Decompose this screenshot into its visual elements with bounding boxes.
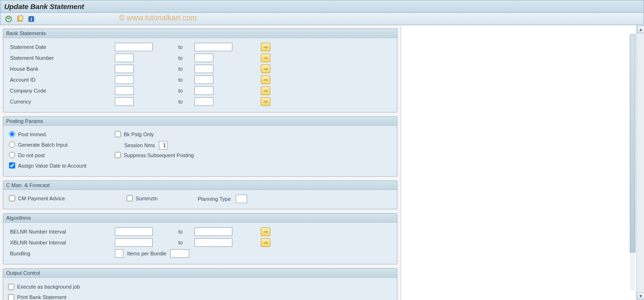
scroll-down-icon[interactable]: ▼: [637, 292, 644, 300]
multiple-selection-icon[interactable]: ⇨: [261, 43, 270, 51]
svg-rect-2: [18, 16, 23, 20]
statement-date-from-input[interactable]: [115, 43, 153, 51]
group-header-cman: C Man. & Forecast: [3, 181, 397, 190]
summztn-checkbox[interactable]: Summztn: [127, 195, 157, 201]
planning-type-input[interactable]: [236, 195, 247, 203]
multiple-selection-icon[interactable]: ⇨: [261, 238, 270, 247]
company-code-to-input[interactable]: [194, 86, 213, 95]
group-posting-params: Posting Params Post Immed. Bk Pstg Only …: [3, 116, 397, 177]
group-bank-statements: Bank Statements Statement Date to ⇨ Stat…: [3, 28, 397, 112]
house-bank-from-input[interactable]: [115, 65, 134, 73]
assign-value-date-checkbox[interactable]: Assign Value Date to Account: [9, 162, 86, 169]
page-title: Update Bank Statement: [0, 0, 644, 13]
label-company-code: Company Code: [8, 88, 115, 94]
label-bundling: Bundling: [8, 251, 115, 256]
label-currency: Currency: [8, 99, 115, 104]
group-header-bank: Bank Statements: [3, 29, 397, 38]
label-xblnr: XBLNR Number Interval: [8, 240, 115, 245]
to-label: to: [178, 229, 193, 234]
statement-number-from-input[interactable]: [115, 54, 134, 62]
generate-batch-label: Generate Batch Input: [18, 142, 68, 148]
main-panel: Bank Statements Statement Date to ⇨ Stat…: [0, 26, 401, 300]
multiple-selection-icon[interactable]: ⇨: [261, 86, 270, 95]
currency-from-input[interactable]: [115, 97, 134, 106]
multiple-selection-icon[interactable]: ⇨: [261, 65, 270, 73]
group-header-posting: Posting Params: [3, 117, 397, 126]
group-header-algorithms: Algorithms: [3, 214, 397, 223]
variant-icon[interactable]: [16, 15, 24, 23]
watermark-text: © www.tutorialkart.com: [119, 14, 197, 22]
belnr-to-input[interactable]: [194, 227, 232, 236]
multiple-selection-icon[interactable]: ⇨: [261, 75, 270, 84]
company-code-from-input[interactable]: [115, 86, 134, 95]
suppress-checkbox[interactable]: Suppress Subsequent Posting: [115, 152, 194, 158]
to-label: to: [178, 44, 193, 50]
bundling-input[interactable]: [115, 249, 123, 258]
label-statement-date: Statement Date: [8, 44, 115, 50]
execute-background-checkbox[interactable]: Execute as background job: [8, 284, 80, 290]
to-label: to: [178, 77, 193, 83]
items-per-bundle-input[interactable]: [170, 249, 189, 258]
do-not-post-radio[interactable]: Do not post: [9, 152, 45, 158]
multiple-selection-icon[interactable]: ⇨: [261, 54, 270, 62]
execute-background-label: Execute as background job: [17, 284, 80, 290]
generate-batch-radio[interactable]: Generate Batch Input: [9, 141, 68, 148]
session-nms-label: Session Nms: [124, 142, 155, 148]
info-icon[interactable]: i: [27, 15, 36, 23]
print-bank-statement-checkbox[interactable]: Print Bank Statement: [8, 294, 66, 300]
bk-pstg-only-checkbox[interactable]: Bk Pstg Only: [115, 131, 154, 137]
print-bank-statement-label: Print Bank Statement: [17, 294, 66, 300]
do-not-post-label: Do not post: [18, 152, 45, 158]
label-belnr: BELNR Number Interval: [8, 229, 115, 234]
label-account-id: Account ID: [8, 77, 115, 83]
group-header-output: Output Control: [3, 269, 397, 278]
summztn-label: Summztn: [136, 196, 157, 201]
items-per-bundle-label: Items per Bundle: [127, 251, 166, 256]
house-bank-to-input[interactable]: [194, 65, 213, 73]
post-immed-radio[interactable]: Post Immed.: [9, 131, 47, 137]
account-id-from-input[interactable]: [115, 75, 134, 84]
session-nms-input[interactable]: [159, 141, 167, 150]
assign-value-date-label: Assign Value Date to Account: [18, 163, 86, 169]
post-immed-label: Post Immed.: [18, 131, 47, 137]
belnr-from-input[interactable]: [115, 227, 153, 236]
multiple-selection-icon[interactable]: ⇨: [261, 97, 270, 106]
xblnr-to-input[interactable]: [194, 238, 232, 247]
execute-icon[interactable]: [4, 15, 13, 23]
planning-type-label: Planning Type: [198, 196, 231, 202]
label-statement-number: Statement Number: [8, 55, 115, 61]
outer-scrollbar[interactable]: ▲ ▼: [636, 26, 644, 300]
account-id-to-input[interactable]: [194, 75, 213, 84]
inner-scroll-thumb[interactable]: [630, 34, 635, 253]
toolbar: i © www.tutorialkart.com: [0, 13, 644, 25]
to-label: to: [178, 88, 193, 94]
scroll-up-icon[interactable]: ▲: [637, 26, 644, 33]
to-label: to: [178, 55, 193, 61]
group-cman-forecast: C Man. & Forecast CM Payment Advice Summ…: [3, 180, 397, 209]
suppress-label: Suppress Subsequent Posting: [124, 152, 194, 158]
right-pane: ▲ ▼: [401, 26, 644, 300]
xblnr-from-input[interactable]: [115, 238, 153, 247]
statement-number-to-input[interactable]: [194, 54, 213, 62]
group-output-control: Output Control Execute as background job…: [3, 268, 397, 300]
multiple-selection-icon[interactable]: ⇨: [261, 227, 270, 236]
cm-payment-advice-label: CM Payment Advice: [18, 196, 65, 201]
to-label: to: [178, 99, 193, 104]
label-house-bank: House Bank: [8, 66, 115, 72]
to-label: to: [178, 240, 193, 245]
bk-pstg-only-label: Bk Pstg Only: [124, 131, 154, 137]
to-label: to: [178, 66, 193, 72]
group-algorithms: Algorithms BELNR Number Interval to ⇨ XB…: [3, 213, 397, 264]
cm-payment-advice-checkbox[interactable]: CM Payment Advice: [9, 195, 65, 201]
statement-date-to-input[interactable]: [194, 43, 232, 51]
currency-to-input[interactable]: [194, 97, 213, 106]
